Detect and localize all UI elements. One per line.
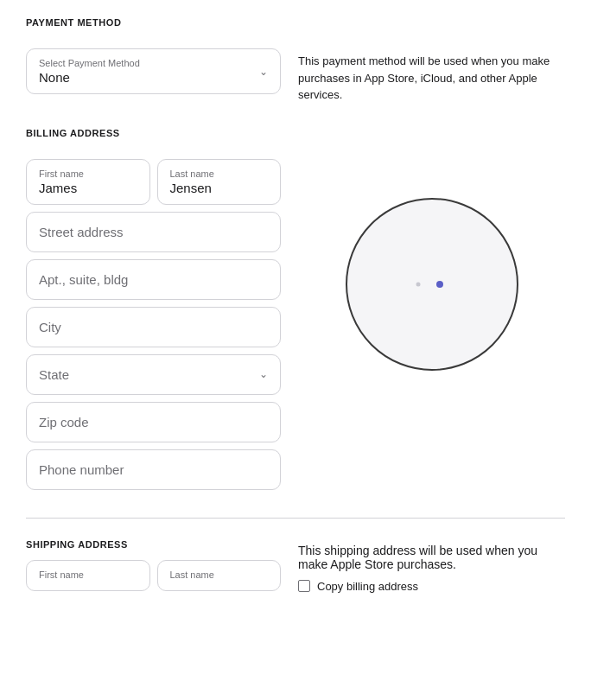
circle-dot-blue xyxy=(436,281,443,288)
circle-dot-small xyxy=(416,282,420,286)
last-name-label: Last name xyxy=(170,169,269,179)
shipping-last-name-label: Last name xyxy=(170,570,269,580)
first-name-value: James xyxy=(39,181,137,195)
state-chevron-down-icon: ⌄ xyxy=(259,368,268,380)
shipping-last-name-field[interactable]: Last name xyxy=(157,560,282,591)
zip-code-input[interactable] xyxy=(26,402,281,442)
copy-billing-checkbox[interactable] xyxy=(298,580,310,592)
payment-method-select[interactable]: Select Payment Method None ⌄ xyxy=(26,48,281,94)
state-select[interactable]: State ⌄ xyxy=(26,354,281,395)
billing-section-title: BILLING ADDRESS xyxy=(26,128,281,138)
apt-suite-input[interactable] xyxy=(26,259,281,300)
last-name-value: Jensen xyxy=(170,181,269,195)
payment-select-label: Select Payment Method xyxy=(39,58,268,68)
payment-select-value: None xyxy=(39,70,268,85)
copy-billing-label[interactable]: Copy billing address xyxy=(317,580,418,593)
last-name-field[interactable]: Last name Jensen xyxy=(157,159,282,205)
shipping-first-name-field[interactable]: First name xyxy=(26,560,150,591)
city-input[interactable] xyxy=(26,307,281,347)
state-placeholder-text: State xyxy=(39,367,69,382)
shipping-section-title: SHIPPING ADDRESS xyxy=(26,539,281,550)
shipping-first-name-label: First name xyxy=(39,570,137,580)
section-divider xyxy=(26,518,565,519)
loading-circle xyxy=(346,198,518,371)
shipping-info-text: This shipping address will be used when … xyxy=(298,544,565,571)
first-name-field[interactable]: First name James xyxy=(26,159,150,205)
payment-chevron-down-icon: ⌄ xyxy=(259,66,268,78)
payment-info-text: This payment method will be used when yo… xyxy=(298,53,565,104)
payment-section-title: PAYMENT METHOD xyxy=(26,17,281,28)
phone-number-input[interactable] xyxy=(26,449,281,490)
street-address-input[interactable] xyxy=(26,212,281,252)
first-name-label: First name xyxy=(39,169,137,179)
